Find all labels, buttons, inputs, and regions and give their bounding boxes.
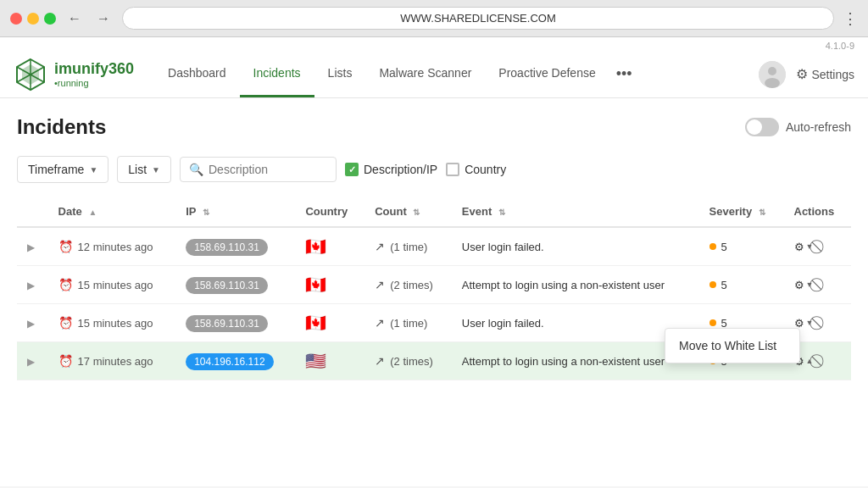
country-filter: Country <box>446 163 506 176</box>
country-checkbox[interactable] <box>446 163 459 176</box>
gear-icon: ⚙ <box>796 66 808 82</box>
col-date-label: Date <box>58 205 82 218</box>
nav-more-icon[interactable]: ••• <box>609 65 639 83</box>
col-actions: Actions <box>784 197 852 227</box>
actions-dropdown-menu: Move to White List <box>665 328 800 363</box>
ip-badge[interactable]: 158.69.110.31 <box>186 315 268 332</box>
nav-item-incidents[interactable]: Incidents <box>240 51 314 97</box>
ip-badge[interactable]: 158.69.110.31 <box>186 239 268 256</box>
count-cell: ↗ (2 times) <box>364 266 452 304</box>
col-count[interactable]: Count ⇅ <box>364 197 452 227</box>
event-cell: User login failed. <box>452 227 699 266</box>
ip-cell: 158.69.110.31 <box>175 266 295 304</box>
severity-cell: 5 <box>699 266 784 304</box>
timeframe-arrow-icon: ▼ <box>89 165 97 175</box>
auto-refresh-toggle[interactable] <box>745 118 779 136</box>
app-container: 4.1.0-9 imunify360 •running Dashboard In… <box>0 37 868 486</box>
table-row: ▶ ⏰ 15 minutes ago 158.69.110.31 🇨🇦 ↗ (2… <box>17 266 851 304</box>
country-flag: 🇨🇦 <box>305 313 326 332</box>
expand-button[interactable]: ▶ <box>27 318 35 330</box>
count-value: (2 times) <box>390 355 433 368</box>
expand-button[interactable]: ▶ <box>27 280 35 291</box>
browser-menu-icon[interactable]: ⋮ <box>843 9 858 28</box>
table-header-row: Date ▲ IP ⇅ Country Count <box>17 197 851 227</box>
col-event-label: Event <box>462 205 492 218</box>
col-date[interactable]: Date ▲ <box>48 197 176 227</box>
date-value: 15 minutes ago <box>78 317 153 330</box>
gear-dropdown-arrow-icon: ▼ <box>806 280 814 289</box>
table-row: ▶ ⏰ 12 minutes ago 158.69.110.31 🇨🇦 ↗ (1… <box>17 227 851 266</box>
logo-sub: •running <box>54 78 134 88</box>
page-title: Incidents <box>17 115 106 139</box>
event-value: User login failed. <box>462 317 544 330</box>
description-ip-checkbox[interactable] <box>345 163 359 176</box>
gear-dropdown-arrow-icon: ▼ <box>806 242 814 251</box>
date-value: 12 minutes ago <box>78 241 153 253</box>
severity-value: 5 <box>721 241 727 253</box>
address-bar[interactable]: WWW.SHAREDLICENSE.COM <box>122 7 834 30</box>
move-to-whitelist-item[interactable]: Move to White List <box>665 329 799 363</box>
expand-button[interactable]: ▶ <box>27 356 35 368</box>
list-button[interactable]: List ▼ <box>117 156 171 183</box>
back-button[interactable]: ← <box>64 9 85 28</box>
settings-button[interactable]: ⚙ Settings <box>796 66 854 82</box>
expand-button[interactable]: ▶ <box>27 241 35 253</box>
description-ip-label: Description/IP <box>364 163 437 176</box>
traffic-lights <box>10 13 56 25</box>
count-arrow-icon: ↗ <box>375 278 385 291</box>
col-ip[interactable]: IP ⇅ <box>175 197 295 227</box>
description-ip-filter: Description/IP <box>345 163 437 176</box>
search-input[interactable] <box>209 163 327 176</box>
page-content: Incidents Auto-refresh Timeframe ▼ List … <box>0 98 868 380</box>
main-nav: Dashboard Incidents Lists Malware Scanne… <box>154 51 759 97</box>
country-cell: 🇨🇦 <box>295 266 364 304</box>
event-cell: User login failed. <box>452 304 699 342</box>
nav-item-malware-scanner[interactable]: Malware Scanner <box>365 51 485 97</box>
country-flag: 🇺🇸 <box>305 352 326 370</box>
nav-item-lists[interactable]: Lists <box>314 51 366 97</box>
timeframe-button[interactable]: Timeframe ▼ <box>17 156 108 183</box>
close-traffic-light[interactable] <box>10 13 22 25</box>
nav-right: ⚙ Settings <box>759 61 854 88</box>
gear-action-icon: ⚙ <box>794 279 804 291</box>
user-avatar[interactable] <box>759 61 786 88</box>
clock-icon: ⏰ <box>58 316 73 330</box>
event-sort-icon: ⇅ <box>498 208 505 217</box>
fullscreen-traffic-light[interactable] <box>44 13 56 25</box>
minimize-traffic-light[interactable] <box>27 13 39 25</box>
gear-dropdown-arrow-icon: ▼ <box>806 319 814 327</box>
version-label: 4.1.0-9 <box>826 41 854 51</box>
nav-item-dashboard[interactable]: Dashboard <box>154 51 240 97</box>
country-flag: 🇨🇦 <box>305 275 326 294</box>
filter-bar: Timeframe ▼ List ▼ 🔍 Description/IP Coun… <box>17 156 851 183</box>
search-icon: 🔍 <box>189 163 203 176</box>
severity-value: 5 <box>721 279 727 291</box>
date-sort-icon: ▲ <box>88 208 97 217</box>
timeframe-label: Timeframe <box>28 163 84 176</box>
page-header: Incidents Auto-refresh <box>17 115 851 139</box>
top-nav: imunify360 •running Dashboard Incidents … <box>0 51 868 98</box>
gear-action-dropdown[interactable]: ⚙ ▼ <box>794 279 814 291</box>
col-ip-label: IP <box>186 205 196 218</box>
gear-action-icon: ⚙ <box>794 241 804 253</box>
count-value: (2 times) <box>390 279 433 291</box>
col-severity[interactable]: Severity ⇅ <box>699 197 784 227</box>
auto-refresh-label: Auto-refresh <box>786 120 851 134</box>
count-sort-icon: ⇅ <box>413 208 420 217</box>
clock-icon: ⏰ <box>58 354 73 368</box>
clock-icon: ⏰ <box>58 240 73 253</box>
search-box: 🔍 <box>180 157 337 182</box>
severity-sort-icon: ⇅ <box>759 208 765 217</box>
logo-icon <box>14 58 47 92</box>
col-event[interactable]: Event ⇅ <box>452 197 699 227</box>
version-bar: 4.1.0-9 <box>0 37 868 51</box>
severity-dot <box>709 319 716 326</box>
logo-name: imunify360 <box>54 60 134 78</box>
actions-cell: ⚙ ▼ ⃠ <box>784 227 852 266</box>
forward-button[interactable]: → <box>93 9 114 28</box>
ip-badge[interactable]: 104.196.16.112 <box>186 353 273 370</box>
nav-item-proactive-defense[interactable]: Proactive Defense <box>485 51 609 97</box>
ip-badge[interactable]: 158.69.110.31 <box>186 277 268 294</box>
gear-action-dropdown[interactable]: ⚙ ▼ <box>794 241 814 253</box>
expand-cell: ▶ <box>17 304 48 342</box>
